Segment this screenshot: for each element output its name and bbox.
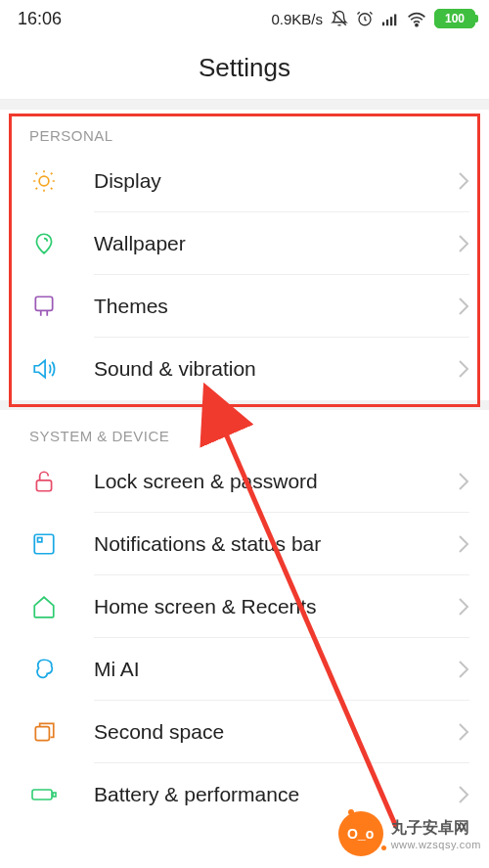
row-home-label: Home screen & Recents bbox=[94, 595, 458, 618]
row-miai[interactable]: Mi AI bbox=[0, 638, 489, 701]
watermark: O_o 丸子安卓网 www.wzsqsy.com bbox=[338, 811, 481, 856]
chevron-right-icon bbox=[458, 472, 469, 491]
screen: 16:06 0.9KB/s 100 Settings PERSONAL bbox=[0, 0, 489, 868]
chevron-right-icon bbox=[458, 534, 469, 554]
svg-point-7 bbox=[39, 176, 49, 186]
watermark-url: www.wzsqsy.com bbox=[391, 839, 481, 850]
svg-rect-11 bbox=[38, 538, 42, 542]
page-title: Settings bbox=[0, 37, 489, 100]
row-wallpaper-label: Wallpaper bbox=[94, 232, 458, 255]
battery-perf-icon bbox=[29, 780, 59, 809]
system-header: SYSTEM & DEVICE bbox=[0, 410, 489, 450]
second-space-icon bbox=[29, 717, 59, 747]
svg-rect-3 bbox=[386, 20, 388, 25]
row-themes-label: Themes bbox=[94, 295, 458, 318]
section-gap bbox=[0, 400, 489, 410]
svg-rect-8 bbox=[35, 297, 52, 310]
svg-rect-2 bbox=[382, 23, 384, 26]
row-home[interactable]: Home screen & Recents bbox=[0, 575, 489, 638]
row-lock[interactable]: Lock screen & password bbox=[0, 450, 489, 513]
chevron-right-icon bbox=[458, 660, 469, 679]
chevron-right-icon bbox=[458, 234, 469, 253]
svg-rect-14 bbox=[53, 793, 56, 797]
wallpaper-icon bbox=[29, 229, 59, 258]
notifications-icon bbox=[29, 529, 59, 559]
themes-icon bbox=[29, 292, 59, 321]
home-icon bbox=[29, 592, 59, 621]
row-sound[interactable]: Sound & vibration bbox=[0, 338, 489, 400]
row-sound-label: Sound & vibration bbox=[94, 357, 458, 381]
display-icon bbox=[29, 166, 59, 196]
chevron-right-icon bbox=[458, 359, 469, 379]
svg-rect-9 bbox=[36, 480, 51, 491]
battery-icon: 100 bbox=[434, 9, 475, 28]
personal-section: PERSONAL Display Wallpaper Themes bbox=[0, 110, 489, 400]
chevron-right-icon bbox=[458, 297, 469, 316]
svg-rect-5 bbox=[394, 15, 396, 26]
row-wallpaper[interactable]: Wallpaper bbox=[0, 212, 489, 275]
row-notifications[interactable]: Notifications & status bar bbox=[0, 513, 489, 575]
row-miai-label: Mi AI bbox=[94, 658, 458, 681]
row-lock-label: Lock screen & password bbox=[94, 470, 458, 493]
row-display-label: Display bbox=[94, 169, 458, 193]
row-themes[interactable]: Themes bbox=[0, 275, 489, 338]
chevron-right-icon bbox=[458, 722, 469, 742]
alarm-icon bbox=[356, 10, 374, 27]
section-gap bbox=[0, 100, 489, 110]
miai-icon bbox=[29, 655, 59, 684]
network-speed: 0.9KB/s bbox=[271, 11, 323, 27]
signal-icon bbox=[381, 10, 399, 27]
system-section: SYSTEM & DEVICE Lock screen & password N… bbox=[0, 410, 489, 826]
wifi-icon bbox=[407, 10, 426, 27]
row-second-space[interactable]: Second space bbox=[0, 701, 489, 763]
status-bar: 16:06 0.9KB/s 100 bbox=[0, 0, 489, 37]
svg-point-6 bbox=[416, 24, 418, 26]
lock-icon bbox=[29, 467, 59, 496]
row-display[interactable]: Display bbox=[0, 150, 489, 212]
row-second-label: Second space bbox=[94, 720, 458, 744]
watermark-logo: O_o bbox=[338, 811, 383, 856]
chevron-right-icon bbox=[458, 597, 469, 617]
dnd-icon bbox=[331, 10, 348, 27]
watermark-name: 丸子安卓网 bbox=[391, 819, 469, 836]
row-notifications-label: Notifications & status bar bbox=[94, 532, 458, 556]
svg-rect-13 bbox=[32, 790, 52, 799]
chevron-right-icon bbox=[458, 785, 469, 804]
svg-rect-12 bbox=[35, 727, 49, 741]
sound-icon bbox=[29, 354, 59, 384]
personal-header: PERSONAL bbox=[0, 110, 489, 150]
chevron-right-icon bbox=[458, 171, 469, 191]
clock-text: 16:06 bbox=[18, 9, 271, 29]
row-battery-label: Battery & performance bbox=[94, 783, 458, 806]
svg-rect-4 bbox=[390, 17, 392, 25]
